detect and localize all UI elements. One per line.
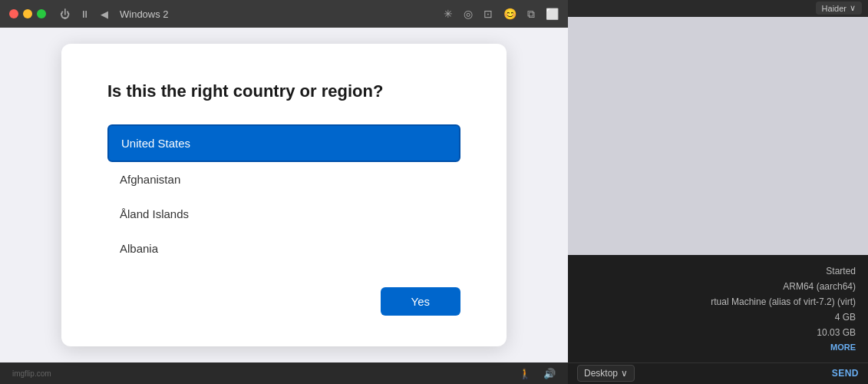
window-icon[interactable]: ⬜ xyxy=(546,8,559,20)
maximize-button[interactable] xyxy=(37,9,46,18)
folder-dropdown[interactable]: Haider ∨ xyxy=(816,2,862,15)
copy-icon[interactable]: ⊡ xyxy=(484,8,493,20)
folder-label: Haider xyxy=(822,4,847,13)
country-list: United States Afghanistan Åland Islands … xyxy=(107,124,460,266)
desktop-dropdown[interactable]: Desktop ∨ xyxy=(577,365,635,382)
titlebar: ⏻ ⏸ ◀ Windows 2 ✳ ◎ ⊡ 😊 ⧉ ⬜ xyxy=(0,0,568,28)
country-name-al: Albania xyxy=(120,242,158,255)
vm-bottombar: imgflip.com 🚶 🔊 xyxy=(0,362,568,384)
minimize-button[interactable] xyxy=(23,9,32,18)
preview-area xyxy=(568,17,868,255)
setup-dialog: Is this the right country or region? Uni… xyxy=(61,44,507,346)
status-value: Started xyxy=(826,266,856,276)
yes-button[interactable]: Yes xyxy=(381,287,460,316)
info-row-arch: ARM64 (aarch64) xyxy=(580,280,856,293)
info-row-storage: 10.03 GB xyxy=(580,326,856,339)
watermark: imgflip.com xyxy=(12,369,51,378)
info-row-status: Started xyxy=(580,264,856,278)
info-row-ram: 4 GB xyxy=(580,310,856,324)
vm-bottom-icons: 🚶 🔊 xyxy=(519,368,556,379)
country-item-us[interactable]: United States xyxy=(107,124,460,162)
close-button[interactable] xyxy=(9,9,18,18)
more-button[interactable]: MORE xyxy=(830,343,856,352)
right-panel: Haider ∨ Started ARM64 (aarch64) rtual M… xyxy=(568,0,868,384)
sparkle-icon[interactable]: ✳ xyxy=(444,8,453,20)
dialog-footer: Yes xyxy=(107,287,460,316)
pause-icon[interactable]: ⏸ xyxy=(78,8,91,20)
window-title: Windows 2 xyxy=(120,8,169,20)
person-icon: 🚶 xyxy=(519,368,531,379)
dropdown-chevron-icon: ∨ xyxy=(621,368,628,379)
titlebar-controls: ⏻ ⏸ ◀ xyxy=(58,8,111,20)
machine-value: rtual Machine (alias of virt-7.2) (virt) xyxy=(711,296,856,307)
info-row-machine: rtual Machine (alias of virt-7.2) (virt) xyxy=(580,295,856,309)
desktop-label: Desktop xyxy=(584,368,618,379)
country-name-af: Afghanistan xyxy=(120,173,180,186)
record-icon[interactable]: ◎ xyxy=(464,8,473,20)
ram-value: 4 GB xyxy=(835,312,856,323)
top-right-header: Haider ∨ xyxy=(568,0,868,17)
country-item-af[interactable]: Afghanistan xyxy=(107,162,460,197)
info-row-more: MORE xyxy=(580,341,856,353)
vm-panel: ⏻ ⏸ ◀ Windows 2 ✳ ◎ ⊡ 😊 ⧉ ⬜ Is this the … xyxy=(0,0,568,384)
sound-icon: 🔊 xyxy=(543,368,556,379)
country-name-ax: Åland Islands xyxy=(120,207,189,220)
emoji-icon[interactable]: 😊 xyxy=(503,8,517,20)
share-icon[interactable]: ⧉ xyxy=(527,8,535,21)
power-icon[interactable]: ⏻ xyxy=(58,8,71,20)
panel-footer: Desktop ∨ SEND xyxy=(568,362,868,384)
traffic-lights xyxy=(9,9,46,18)
info-panel: Started ARM64 (aarch64) rtual Machine (a… xyxy=(568,255,868,362)
titlebar-right-icons: ✳ ◎ ⊡ 😊 ⧉ ⬜ xyxy=(444,8,559,21)
country-item-ax[interactable]: Åland Islands xyxy=(107,197,460,231)
vm-content: Is this the right country or region? Uni… xyxy=(0,28,568,362)
back-icon[interactable]: ◀ xyxy=(98,8,111,20)
arch-value: ARM64 (aarch64) xyxy=(783,281,856,292)
storage-value: 10.03 GB xyxy=(817,327,856,338)
country-item-al[interactable]: Albania xyxy=(107,231,460,266)
chevron-down-icon: ∨ xyxy=(850,3,856,13)
dialog-question: Is this the right country or region? xyxy=(107,81,460,103)
send-button[interactable]: SEND xyxy=(832,368,859,379)
country-name-us: United States xyxy=(121,137,190,150)
